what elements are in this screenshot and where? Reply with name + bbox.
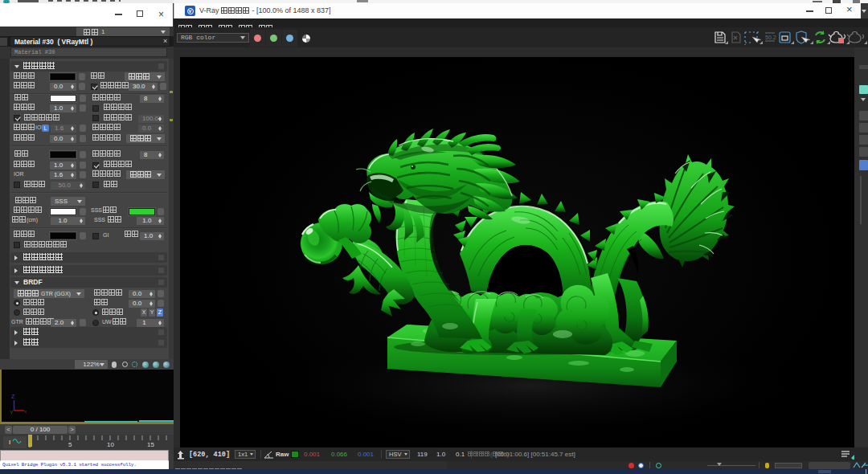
svg-text:x: x [24, 409, 27, 414]
svg-text:10: 10 [107, 441, 114, 448]
svg-text:0: 0 [28, 442, 31, 449]
svg-text:5: 5 [68, 441, 72, 448]
svg-text:Z: Z [11, 394, 15, 399]
svg-text:50.2: 50.2 [765, 35, 776, 40]
svg-text:15: 15 [147, 441, 154, 448]
svg-text:I: I [9, 439, 10, 446]
svg-text:Y: Y [10, 410, 14, 415]
